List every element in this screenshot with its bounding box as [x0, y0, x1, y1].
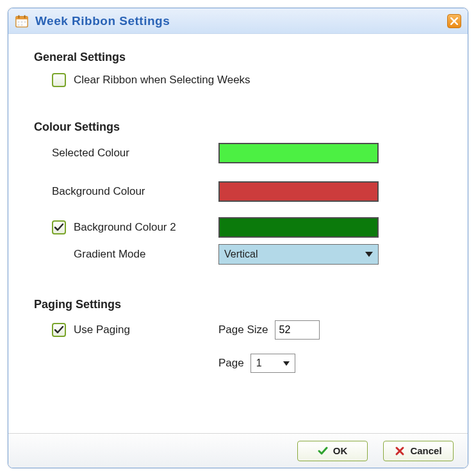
cancel-label: Cancel	[410, 445, 441, 456]
dialog-body: General Settings Clear Ribbon when Selec…	[8, 34, 468, 433]
svg-rect-1	[16, 16, 28, 19]
cancel-button[interactable]: Cancel	[383, 441, 454, 461]
svg-rect-4	[18, 21, 20, 23]
page-label: Page	[218, 357, 244, 370]
close-icon	[450, 17, 458, 25]
svg-rect-6	[24, 21, 26, 23]
background-colour-2-swatch[interactable]	[218, 217, 379, 238]
gradient-mode-select[interactable]: Vertical	[218, 244, 379, 265]
page-size-input[interactable]	[275, 320, 320, 340]
page-value: 1	[256, 357, 262, 369]
colour-settings-header: Colour Settings	[34, 120, 442, 134]
chevron-down-icon	[365, 252, 373, 257]
ok-label: OK	[333, 445, 348, 456]
svg-rect-8	[21, 24, 23, 26]
chevron-down-icon	[283, 361, 290, 366]
svg-rect-7	[18, 24, 20, 26]
ok-button[interactable]: OK	[297, 441, 368, 461]
paging-settings-header: Paging Settings	[34, 298, 442, 311]
page-size-label: Page Size	[218, 324, 268, 336]
clear-ribbon-checkbox[interactable]	[52, 73, 66, 87]
background-colour-2-checkbox[interactable]	[52, 220, 66, 234]
calendar-icon	[15, 14, 29, 28]
background-colour-swatch[interactable]	[218, 181, 379, 202]
titlebar: Week Ribbon Settings	[8, 8, 468, 34]
use-paging-label: Use Paging	[74, 324, 130, 336]
close-button[interactable]	[447, 14, 461, 28]
gradient-mode-value: Vertical	[224, 249, 258, 260]
check-icon	[318, 446, 328, 456]
background-colour-2-label: Background Colour 2	[74, 221, 176, 234]
selected-colour-label: Selected Colour	[52, 147, 218, 160]
page-select[interactable]: 1	[250, 354, 295, 373]
cross-icon	[395, 446, 405, 456]
clear-ribbon-label: Clear Ribbon when Selecting Weeks	[74, 74, 250, 86]
selected-colour-swatch[interactable]	[218, 143, 379, 163]
use-paging-checkbox[interactable]	[52, 323, 66, 337]
week-ribbon-settings-dialog: Week Ribbon Settings General Settings Cl…	[8, 8, 468, 468]
svg-rect-5	[21, 21, 23, 23]
gradient-mode-label: Gradient Mode	[52, 248, 218, 261]
general-settings-header: General Settings	[34, 51, 442, 64]
dialog-footer: OK Cancel	[8, 433, 468, 468]
background-colour-label: Background Colour	[52, 185, 218, 198]
dialog-title: Week Ribbon Settings	[35, 14, 441, 28]
